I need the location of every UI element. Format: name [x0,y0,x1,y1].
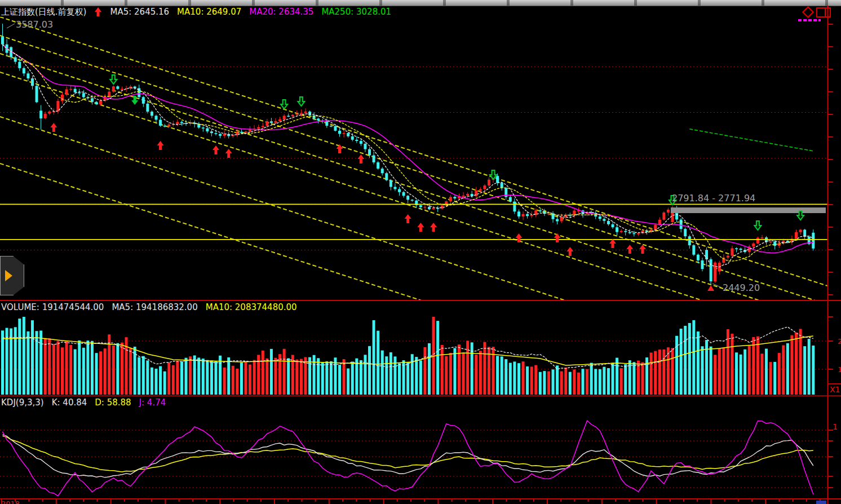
zoom-level-label[interactable]: X1 [830,385,840,394]
axis-partial-digit: 2 [838,337,841,346]
trading-app-window: 上证指数(日线.前复权) MA5: 2645.16 MA10: 2649.07 … [0,0,841,504]
kdj-chart-area[interactable] [0,409,827,498]
diamond-icon[interactable] [802,6,814,18]
magenta-dash-marks [798,19,821,21]
window-panes-icon[interactable] [816,7,831,17]
x-axis-year-label: 2018 [1,499,20,504]
volume-chart-area[interactable] [0,315,827,396]
panel-collapse-tab[interactable] [0,256,24,295]
chart-corner-controls [796,6,835,23]
axis-partial-digit: 1 [838,365,841,374]
main-chart-area[interactable] [0,17,827,300]
high-price-label: 3587.03 [16,19,53,30]
low-price-label: 2449.20 [723,282,760,293]
expand-arrow-icon [5,270,12,281]
range-price-label: 2791.84 - 2771.94 [672,193,755,204]
scrollbar-thumb[interactable] [816,501,826,504]
axis-partial-digit: 1 [833,422,838,431]
